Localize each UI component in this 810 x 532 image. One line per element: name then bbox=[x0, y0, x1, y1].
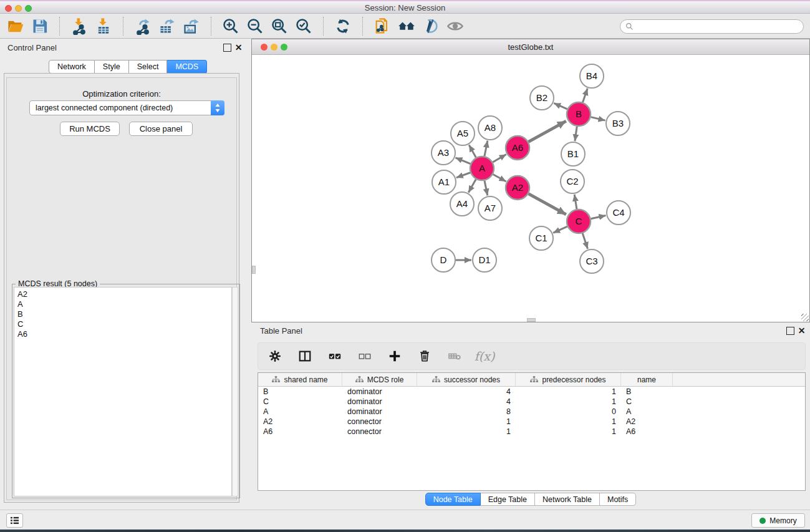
edge-A-A3[interactable] bbox=[455, 158, 470, 164]
tab-select[interactable]: Select bbox=[129, 60, 168, 74]
table-cell[interactable]: 4 bbox=[417, 387, 516, 397]
edge-B-B2[interactable] bbox=[554, 103, 567, 109]
edge-B-B3[interactable] bbox=[591, 117, 605, 121]
column-header-successor-nodes[interactable]: successor nodes bbox=[417, 373, 516, 386]
table-row[interactable]: Adominator80A bbox=[258, 407, 805, 417]
function-builder-icon[interactable]: f(x) bbox=[476, 348, 493, 364]
node-D[interactable]: D bbox=[432, 248, 455, 272]
node-A4[interactable]: A4 bbox=[450, 192, 474, 216]
gear-icon[interactable] bbox=[267, 348, 283, 364]
zoom-selected-icon[interactable] bbox=[294, 17, 313, 36]
tab-motifs[interactable]: Motifs bbox=[600, 493, 636, 506]
table-cell[interactable]: 8 bbox=[417, 407, 516, 417]
edge-A-A2[interactable] bbox=[493, 175, 506, 181]
table-cell[interactable]: 1 bbox=[417, 417, 516, 427]
node-A8[interactable]: A8 bbox=[478, 116, 502, 140]
open-file-icon[interactable] bbox=[6, 17, 25, 36]
table-cell[interactable]: B bbox=[621, 387, 673, 397]
table-cell[interactable]: connector bbox=[342, 427, 417, 437]
select-all-checkboxes-icon[interactable] bbox=[327, 348, 343, 364]
refresh-view-icon[interactable] bbox=[334, 17, 352, 36]
table-cell[interactable]: 1 bbox=[417, 427, 516, 437]
node-A1[interactable]: A1 bbox=[432, 170, 456, 194]
show-hide-eye-icon[interactable] bbox=[446, 17, 465, 36]
tab-node-table[interactable]: Node Table bbox=[425, 493, 481, 506]
table-row[interactable]: A6connector11A6 bbox=[258, 427, 805, 437]
mcds-result-item[interactable]: A bbox=[17, 299, 231, 309]
edge-A-A6[interactable] bbox=[493, 155, 506, 162]
node-C2[interactable]: C2 bbox=[561, 170, 584, 193]
edge-A-A5[interactable] bbox=[469, 145, 476, 157]
table-cell[interactable]: C bbox=[621, 397, 673, 407]
table-cell[interactable]: 1 bbox=[516, 427, 621, 437]
edge-B-B4[interactable] bbox=[583, 89, 588, 102]
close-panel-button[interactable]: Close panel bbox=[129, 122, 193, 136]
run-mcds-button[interactable]: Run MCDS bbox=[60, 122, 120, 136]
edge-C-C3[interactable] bbox=[582, 233, 587, 249]
edge-B-B1[interactable] bbox=[575, 127, 577, 141]
tab-edge-table[interactable]: Edge Table bbox=[481, 493, 535, 506]
node-C3[interactable]: C3 bbox=[580, 249, 604, 273]
table-cell[interactable]: dominator bbox=[342, 407, 417, 417]
table-cell[interactable]: A bbox=[258, 407, 342, 417]
deselect-all-checkboxes-icon[interactable] bbox=[357, 348, 373, 364]
node-A5[interactable]: A5 bbox=[451, 122, 475, 145]
table-cell[interactable]: 0 bbox=[516, 407, 621, 417]
column-header-shared-name[interactable]: shared name bbox=[258, 373, 342, 386]
edge-A-A8[interactable] bbox=[485, 141, 488, 157]
table-cell[interactable]: dominator bbox=[342, 397, 417, 407]
table-row[interactable]: Cdominator41C bbox=[258, 397, 805, 407]
edge-A6-B[interactable] bbox=[529, 121, 566, 142]
export-image-icon[interactable] bbox=[182, 17, 201, 36]
tab-network[interactable]: Network bbox=[49, 60, 95, 74]
window-resize-grip[interactable] bbox=[801, 314, 809, 321]
mcds-result-item[interactable]: B bbox=[17, 309, 231, 319]
edge-C-C4[interactable] bbox=[591, 215, 606, 218]
node-A3[interactable]: A3 bbox=[432, 141, 455, 165]
save-session-icon[interactable] bbox=[31, 17, 49, 36]
search-field[interactable] bbox=[620, 19, 804, 34]
home-pages-icon[interactable] bbox=[397, 17, 416, 36]
table-row[interactable]: Bdominator41B bbox=[258, 387, 805, 397]
node-B1[interactable]: B1 bbox=[561, 142, 585, 166]
edge-C-C1[interactable] bbox=[553, 226, 567, 233]
tab-mcds[interactable]: MCDS bbox=[167, 60, 207, 74]
result-list-scrollbar[interactable] bbox=[232, 287, 238, 496]
search-input[interactable] bbox=[637, 22, 798, 31]
edge-A2-C[interactable] bbox=[529, 194, 566, 215]
network-canvas[interactable]: AA1A2A3A4A5A6A7A8BB1B2B3B4CC1C2C3C4DD1 bbox=[252, 55, 809, 322]
node-C4[interactable]: C4 bbox=[607, 201, 630, 225]
edge-A-A1[interactable] bbox=[456, 173, 470, 178]
node-A[interactable]: A bbox=[470, 157, 494, 180]
table-cell[interactable]: A6 bbox=[258, 427, 342, 437]
node-B2[interactable]: B2 bbox=[530, 86, 554, 110]
zoom-in-icon[interactable] bbox=[221, 17, 240, 36]
table-cell[interactable]: 1 bbox=[516, 387, 621, 397]
table-cell[interactable]: A2 bbox=[621, 417, 673, 427]
mcds-result-item[interactable]: A6 bbox=[17, 329, 231, 339]
edge-A-A7[interactable] bbox=[485, 181, 488, 196]
table-row[interactable]: A2connector11A2 bbox=[258, 417, 805, 427]
table-cell[interactable]: B bbox=[258, 387, 342, 397]
edge-A-A4[interactable] bbox=[468, 179, 476, 192]
node-D1[interactable]: D1 bbox=[473, 248, 496, 272]
close-table-panel-icon[interactable]: ✕ bbox=[798, 327, 806, 335]
task-history-button[interactable] bbox=[6, 513, 23, 528]
node-table[interactable]: shared nameMCDS rolesuccessor nodesprede… bbox=[258, 372, 806, 491]
float-panel-icon[interactable] bbox=[223, 44, 231, 52]
delete-table-icon[interactable] bbox=[446, 348, 463, 364]
mcds-result-item[interactable]: A2 bbox=[17, 289, 231, 299]
column-header-MCDS-role[interactable]: MCDS role bbox=[342, 373, 417, 386]
table-cell[interactable]: A2 bbox=[258, 417, 342, 427]
import-table-icon[interactable] bbox=[94, 17, 113, 36]
table-cell[interactable]: 4 bbox=[417, 397, 516, 407]
zoom-out-icon[interactable] bbox=[246, 17, 264, 36]
node-B3[interactable]: B3 bbox=[606, 112, 630, 135]
node-B4[interactable]: B4 bbox=[580, 64, 604, 88]
close-panel-icon[interactable]: ✕ bbox=[234, 44, 243, 52]
network-window-titlebar[interactable]: testGlobe.txt bbox=[252, 39, 809, 55]
node-C[interactable]: C bbox=[567, 210, 591, 233]
node-B[interactable]: B bbox=[567, 102, 591, 126]
table-cell[interactable]: connector bbox=[342, 417, 417, 427]
tab-style[interactable]: Style bbox=[95, 60, 129, 74]
